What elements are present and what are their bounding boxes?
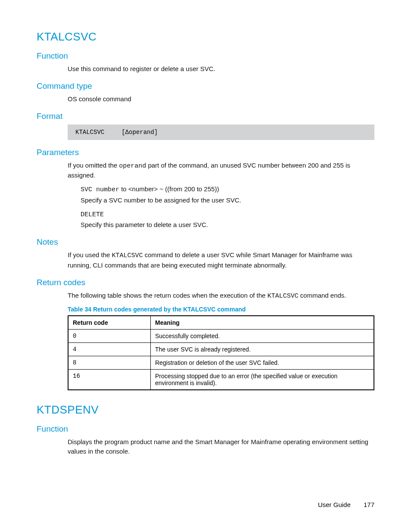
section-ktalcsvc: KTALCSVC Function Use this command to re… bbox=[37, 30, 374, 390]
command-literal: KTALCSVC bbox=[112, 252, 143, 259]
page-number: 177 bbox=[364, 501, 374, 508]
format-operand: [Δoperand] bbox=[121, 129, 158, 136]
return-codes-intro: The following table shows the return cod… bbox=[68, 291, 374, 301]
text-fragment: The following table shows the return cod… bbox=[68, 292, 268, 299]
page: KTALCSVC Function Use this command to re… bbox=[0, 0, 411, 532]
command-literal: KTALCSVC bbox=[268, 292, 299, 300]
parameters-intro: If you omitted the operand part of the c… bbox=[68, 161, 374, 180]
operand-literal: operand bbox=[119, 162, 146, 170]
cell-meaning: Successfully completed. bbox=[151, 330, 374, 343]
param-svc-number-spec: SVC number to <number> ~ ((from 200 to 2… bbox=[81, 184, 374, 195]
notes-text: If you used the KTALCSVC command to dele… bbox=[68, 250, 374, 270]
function-body: Use this command to register or delete a… bbox=[68, 64, 374, 74]
table-caption: Table 34 Return codes generated by the K… bbox=[68, 306, 374, 313]
text-fragment: If you used the bbox=[68, 251, 112, 258]
param-name: DELETE bbox=[81, 211, 104, 218]
format-command: KTALCSVC bbox=[75, 129, 104, 136]
subheading-format: Format bbox=[37, 112, 374, 121]
subheading-notes: Notes bbox=[37, 237, 374, 247]
doc-title: User Guide bbox=[318, 501, 351, 508]
param-range: to <number> ~ ((from 200 to 255)) bbox=[119, 185, 219, 193]
param-delete-name: DELETE bbox=[81, 209, 374, 220]
param-name: SVC number bbox=[81, 186, 119, 193]
col-return-code: Return code bbox=[68, 316, 151, 330]
subheading-command-type: Command type bbox=[37, 81, 374, 91]
cell-meaning: Registration or deletion of the user SVC… bbox=[151, 356, 374, 370]
subheading-return-codes: Return codes bbox=[37, 278, 374, 287]
return-codes-table: Return code Meaning 0 Successfully compl… bbox=[68, 315, 374, 390]
subheading-function: Function bbox=[37, 51, 374, 61]
function-text: Displays the program product name and th… bbox=[68, 437, 374, 456]
section-title: KTDSPENV bbox=[37, 403, 374, 417]
format-code-block: KTALCSVC [Δoperand] bbox=[68, 124, 374, 140]
cell-code: 4 bbox=[68, 343, 151, 356]
table-row: 8 Registration or deletion of the user S… bbox=[68, 356, 374, 370]
cell-code: 16 bbox=[68, 370, 151, 390]
cell-meaning: The user SVC is already registered. bbox=[151, 343, 374, 356]
col-meaning: Meaning bbox=[151, 316, 374, 330]
text-fragment: command ends. bbox=[299, 292, 346, 299]
text-fragment: If you omitted the bbox=[68, 162, 119, 169]
param-delete-desc: Specify this parameter to delete a user … bbox=[81, 220, 374, 230]
command-type-text: OS console command bbox=[68, 94, 374, 104]
subheading-function: Function bbox=[37, 424, 374, 434]
subheading-parameters: Parameters bbox=[37, 148, 374, 157]
cell-code: 8 bbox=[68, 356, 151, 370]
table-header-row: Return code Meaning bbox=[68, 316, 374, 330]
function-body: Displays the program product name and th… bbox=[68, 437, 374, 456]
table-row: 16 Processing stopped due to an error (t… bbox=[68, 370, 374, 390]
section-title: KTALCSVC bbox=[37, 30, 374, 44]
parameters-body: If you omitted the operand part of the c… bbox=[68, 161, 374, 230]
cell-code: 0 bbox=[68, 330, 151, 343]
return-codes-body: The following table shows the return cod… bbox=[68, 291, 374, 301]
table-row: 4 The user SVC is already registered. bbox=[68, 343, 374, 356]
section-ktdspenv: KTDSPENV Function Displays the program p… bbox=[37, 403, 374, 456]
function-text: Use this command to register or delete a… bbox=[68, 64, 374, 74]
table-row: 0 Successfully completed. bbox=[68, 330, 374, 343]
command-type-body: OS console command bbox=[68, 94, 374, 104]
page-footer: User Guide 177 bbox=[318, 501, 374, 508]
param-svc-number-desc: Specify a SVC number to be assigned for … bbox=[81, 196, 374, 205]
cell-meaning: Processing stopped due to an error (the … bbox=[151, 370, 374, 390]
notes-body: If you used the KTALCSVC command to dele… bbox=[68, 250, 374, 270]
